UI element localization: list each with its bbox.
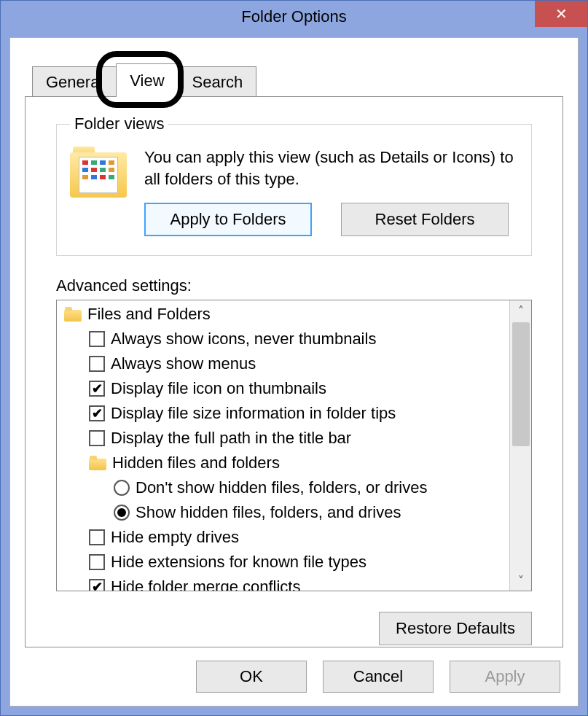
opt-label: Hide empty drives bbox=[111, 528, 239, 547]
close-icon: ✕ bbox=[555, 5, 568, 23]
tree-group-label: Hidden files and folders bbox=[112, 454, 280, 472]
scroll-thumb[interactable] bbox=[512, 322, 530, 446]
restore-defaults-button[interactable]: Restore Defaults bbox=[379, 612, 532, 645]
opt-label: Hide folder merge conflicts bbox=[111, 577, 300, 591]
titlebar: Folder Options ✕ bbox=[1, 1, 587, 33]
checkbox[interactable] bbox=[89, 579, 105, 591]
checkbox[interactable] bbox=[89, 554, 105, 570]
tree-group-label: Files and Folders bbox=[87, 305, 211, 324]
tabbar: General View Search bbox=[10, 38, 578, 96]
tree-group-hidden: Hidden files and folders bbox=[60, 451, 506, 475]
apply-to-folders-button[interactable]: Apply to Folders bbox=[144, 203, 312, 236]
cancel-button[interactable]: Cancel bbox=[323, 661, 434, 693]
opt-hide-empty[interactable]: Hide empty drives bbox=[60, 525, 506, 550]
apply-button[interactable]: Apply bbox=[450, 661, 560, 693]
opt-hide-merge[interactable]: Hide folder merge conflicts bbox=[60, 575, 506, 591]
opt-file-size-tips[interactable]: Display file size information in folder … bbox=[60, 401, 506, 426]
tab-search[interactable]: Search bbox=[179, 66, 257, 97]
opt-hide-ext[interactable]: Hide extensions for known file types bbox=[60, 550, 506, 575]
advanced-settings-label: Advanced settings: bbox=[56, 276, 532, 295]
folder-icon bbox=[89, 456, 106, 470]
ok-button[interactable]: OK bbox=[196, 661, 307, 693]
opt-label: Hide extensions for known file types bbox=[111, 553, 366, 572]
folder-icon bbox=[64, 307, 82, 322]
folder-views-group: Folder views bbox=[56, 114, 532, 256]
reset-folders-button[interactable]: Reset Folders bbox=[341, 203, 509, 236]
window-title: Folder Options bbox=[241, 7, 346, 26]
opt-label: Show hidden files, folders, and drives bbox=[136, 503, 401, 522]
opt-always-menus[interactable]: Always show menus bbox=[60, 351, 506, 376]
checkbox[interactable] bbox=[89, 356, 105, 372]
checkbox[interactable] bbox=[89, 529, 105, 545]
folder-options-window: Folder Options ✕ General View Search Fol… bbox=[0, 0, 588, 716]
opt-label: Display file size information in folder … bbox=[111, 404, 396, 423]
scroll-down-icon[interactable]: ˅ bbox=[510, 570, 532, 591]
opt-hidden-dont-show[interactable]: Don't show hidden files, folders, or dri… bbox=[60, 475, 506, 500]
folder-views-legend: Folder views bbox=[70, 114, 168, 133]
tree-group-files-folders: Files and Folders bbox=[60, 302, 506, 327]
checkbox[interactable] bbox=[89, 430, 105, 446]
tab-panel-view: Folder views bbox=[25, 96, 563, 647]
dialog-button-row: OK Cancel Apply bbox=[196, 661, 560, 693]
scrollbar[interactable]: ˄ ˅ bbox=[509, 300, 531, 591]
scroll-up-icon[interactable]: ˄ bbox=[510, 300, 532, 321]
tab-general[interactable]: General bbox=[32, 66, 116, 97]
opt-label: Display the full path in the title bar bbox=[111, 429, 351, 448]
advanced-settings-list: Files and Folders Always show icons, nev… bbox=[56, 300, 532, 591]
opt-label: Always show menus bbox=[111, 354, 256, 373]
opt-full-path-titlebar[interactable]: Display the full path in the title bar bbox=[60, 426, 506, 451]
close-button[interactable]: ✕ bbox=[535, 1, 587, 27]
opt-label: Display file icon on thumbnails bbox=[111, 379, 326, 398]
folder-views-desc: You can apply this view (such as Details… bbox=[144, 147, 518, 190]
opt-label: Always show icons, never thumbnails bbox=[111, 330, 376, 349]
checkbox[interactable] bbox=[89, 405, 105, 421]
checkbox[interactable] bbox=[89, 331, 105, 347]
opt-label: Don't show hidden files, folders, or dri… bbox=[136, 478, 427, 497]
radio[interactable] bbox=[114, 505, 130, 521]
opt-always-icons[interactable]: Always show icons, never thumbnails bbox=[60, 327, 506, 351]
opt-hidden-show[interactable]: Show hidden files, folders, and drives bbox=[60, 500, 506, 525]
folder-views-icon bbox=[70, 147, 127, 203]
opt-file-icon-thumb[interactable]: Display file icon on thumbnails bbox=[60, 376, 506, 401]
radio[interactable] bbox=[114, 480, 130, 496]
tab-view[interactable]: View bbox=[116, 63, 178, 97]
client-area: General View Search Folder views bbox=[9, 37, 579, 707]
checkbox[interactable] bbox=[89, 381, 105, 397]
advanced-settings-tree[interactable]: Files and Folders Always show icons, nev… bbox=[57, 300, 509, 591]
